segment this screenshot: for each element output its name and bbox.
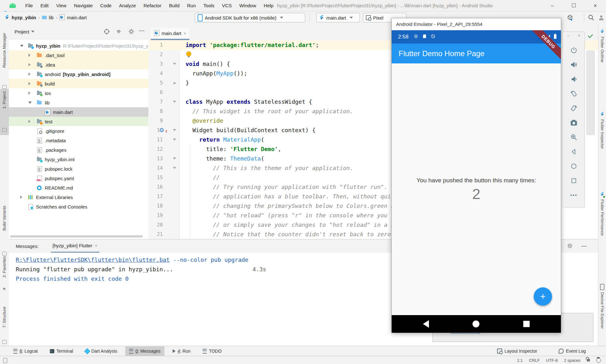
- emulator-screenshot-button[interactable]: [569, 118, 578, 127]
- emulator-rotate-left-button[interactable]: [569, 89, 578, 98]
- menu-vcs[interactable]: VCS: [218, 0, 235, 11]
- horizontal-scrollbar[interactable]: [10, 235, 143, 238]
- tree-row-pubspec-lock[interactable]: pubspec.lock: [9, 164, 148, 173]
- menu-edit[interactable]: Edit: [37, 0, 52, 11]
- file-encoding[interactable]: UTF-8: [546, 358, 558, 363]
- console-link[interactable]: R:\Flutter\FlutterSDK\flutter\bin\flutte…: [16, 256, 170, 263]
- search-icon[interactable]: [588, 14, 595, 21]
- editor-scrollbar[interactable]: [586, 50, 595, 135]
- tree-row--metadata[interactable]: .metadata: [9, 136, 148, 145]
- tree-row--idea[interactable]: .idea: [9, 60, 148, 69]
- sidebar-item--project[interactable]: 1: Project: [2, 91, 7, 109]
- locate-file-icon[interactable]: [104, 28, 110, 35]
- fold-marker-icon[interactable]: [173, 101, 176, 103]
- sidebar-item-device-file-explorer[interactable]: Device File Explorer: [600, 292, 605, 329]
- star-icon[interactable]: ★: [2, 286, 6, 291]
- flutter-icon[interactable]: [600, 192, 604, 197]
- tool-window-button-dart-analysis[interactable]: Dart Analysis: [81, 346, 121, 356]
- tool-window-button-layout-inspector[interactable]: Layout Inspector: [493, 346, 541, 356]
- menu-build[interactable]: Build: [165, 0, 183, 11]
- menu-refactor[interactable]: Refactor: [140, 0, 165, 11]
- tree-row-test[interactable]: test: [9, 117, 148, 126]
- inspection-profile-icon[interactable]: [596, 358, 601, 363]
- strip-close-icon[interactable]: ×: [578, 33, 580, 38]
- expand-arrow-icon[interactable]: [28, 54, 31, 57]
- sidebar-item-build-variants[interactable]: Build Variants: [2, 206, 7, 231]
- menu-tools[interactable]: Tools: [199, 0, 218, 11]
- tool-window-button-event-log[interactable]: Event Log: [555, 346, 590, 356]
- tool-window-button--messages[interactable]: 0: Messages: [125, 346, 164, 356]
- breadcrumb-file[interactable]: main.dart: [67, 15, 87, 20]
- fold-marker-icon[interactable]: [173, 167, 176, 169]
- tree-row-main-dart[interactable]: main.dart: [9, 107, 148, 117]
- run-config-dropdown[interactable]: main.dart: [316, 13, 360, 22]
- tree-row--dart-tool[interactable]: .dart_tool: [9, 50, 148, 60]
- tool-window-button-terminal[interactable]: >_Terminal: [46, 346, 77, 356]
- project-panel-title[interactable]: Project: [15, 29, 29, 34]
- maximize-window-icon[interactable]: [563, 0, 585, 11]
- menu-help[interactable]: Help: [260, 0, 277, 11]
- minimize-window-icon[interactable]: –: [542, 0, 563, 11]
- nav-back-button[interactable]: [423, 320, 429, 328]
- expand-arrow-icon[interactable]: [20, 45, 23, 47]
- tree-row--packages[interactable]: .packages: [9, 145, 148, 155]
- sidebar-item-resource-manager[interactable]: Resource Manager: [2, 33, 7, 68]
- menu-run[interactable]: Run: [183, 0, 200, 11]
- sidebar-item--structure[interactable]: 7: Structure: [2, 307, 7, 328]
- tree-row-hyzp-yibin[interactable]: hyzp_yibinR:\FlutterProject\FlutterProje…: [9, 41, 148, 50]
- fold-marker-icon[interactable]: [173, 82, 176, 84]
- tool-window-switcher-icon[interactable]: [3, 358, 7, 363]
- hide-panel-icon[interactable]: —: [581, 243, 587, 249]
- fold-marker-icon[interactable]: [173, 157, 176, 160]
- tree-row-hyzp-yibin-iml[interactable]: hyzp_yibin.iml: [9, 155, 148, 164]
- nav-overview-button[interactable]: [523, 321, 530, 327]
- expand-arrow-icon[interactable]: [28, 91, 31, 95]
- close-window-icon[interactable]: ×: [585, 0, 606, 11]
- expand-arrow-icon[interactable]: [28, 63, 31, 66]
- emulator-rotate-right-button[interactable]: [569, 104, 578, 113]
- overriding-method-icon[interactable]: [160, 128, 164, 132]
- tree-row-build[interactable]: build: [9, 79, 148, 88]
- chevron-down-icon[interactable]: [31, 31, 34, 32]
- sidebar-item--favorites[interactable]: 2: Favorites: [2, 256, 7, 278]
- tab-main-dart[interactable]: main.dart ×: [151, 28, 189, 40]
- emulator-zoom-button[interactable]: [569, 133, 578, 142]
- strip-minimize-icon[interactable]: –: [567, 33, 569, 38]
- flutter-icon[interactable]: [600, 29, 604, 35]
- tree-row-ios[interactable]: ios: [9, 88, 148, 98]
- expand-arrow-icon[interactable]: [28, 82, 31, 85]
- emulator-power-button[interactable]: [569, 46, 578, 55]
- tree-row-lib[interactable]: lib: [9, 98, 148, 107]
- nav-home-button[interactable]: [472, 320, 479, 327]
- expand-arrow-icon[interactable]: [28, 102, 32, 104]
- device-selector-dropdown[interactable]: Android SDK built for x86 (mobile): [195, 13, 305, 22]
- emulator-volume-up-button[interactable]: [569, 60, 578, 69]
- caret-position[interactable]: 1:1: [517, 358, 523, 363]
- increment-fab-button[interactable]: +: [534, 287, 552, 306]
- emulator-volume-down-button[interactable]: [569, 75, 578, 84]
- menu-file[interactable]: File: [21, 0, 37, 11]
- expand-arrow-icon[interactable]: [20, 196, 22, 199]
- emulator-back-button[interactable]: [569, 147, 578, 156]
- breadcrumb-project[interactable]: hyzp_yibin: [12, 15, 36, 20]
- tool-window-button--run[interactable]: 4: Run: [169, 346, 194, 356]
- menu-analyze[interactable]: Analyze: [115, 0, 140, 11]
- sdk-manager-icon[interactable]: [567, 14, 573, 21]
- menu-window[interactable]: Window: [235, 0, 260, 11]
- tool-window-button--logcat[interactable]: 6: Logcat: [9, 346, 42, 356]
- line-endings[interactable]: CRLF: [529, 358, 540, 363]
- tree-row--gitignore[interactable]: .gitignore: [9, 126, 148, 136]
- profile-avatar-icon[interactable]: [598, 14, 605, 21]
- close-tab-icon[interactable]: ×: [95, 243, 97, 248]
- tree-row-scratches-and-consoles[interactable]: Scratches and Consoles: [9, 202, 148, 211]
- menu-navigate[interactable]: Navigate: [70, 0, 96, 11]
- messages-flutter-tab[interactable]: [hyzp_yibin] Flutter ×: [51, 239, 99, 253]
- gear-icon[interactable]: [567, 243, 573, 249]
- hide-panel-icon[interactable]: —: [139, 27, 145, 34]
- expand-arrow-icon[interactable]: [28, 73, 31, 76]
- stripe-icon[interactable]: [2, 127, 7, 133]
- tool-window-button-todo[interactable]: TODO: [199, 346, 225, 356]
- fold-marker-icon[interactable]: [173, 63, 176, 65]
- gear-icon[interactable]: [128, 28, 134, 35]
- close-tab-icon[interactable]: ×: [184, 31, 186, 36]
